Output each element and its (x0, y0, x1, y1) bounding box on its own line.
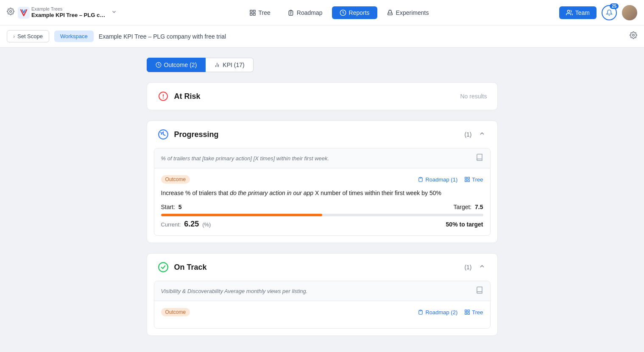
notification-badge: 25 (610, 3, 619, 9)
team-button-label: Team (575, 9, 590, 16)
progressing-item-0-body: Outcome Roadmap (1) Tree Increase % of t (154, 168, 490, 235)
tree-link-label: Tree (472, 176, 483, 183)
svg-rect-6 (290, 10, 292, 11)
target-area: Target: 7.5 (453, 204, 483, 210)
svg-rect-21 (420, 177, 422, 178)
subheader-title: Example KPI Tree – PLG company with free… (99, 33, 226, 40)
set-scope-chevron-icon: › (13, 34, 15, 39)
on-track-count: (1) (464, 264, 471, 271)
svg-rect-23 (468, 177, 469, 179)
settings-icon[interactable] (7, 8, 14, 17)
brand-tree-name: Example KPI Tree – PLG compa... (31, 12, 108, 19)
progressing-header: Progressing (1) (147, 121, 497, 148)
nav-tree-label: Tree (259, 9, 270, 16)
svg-rect-4 (253, 13, 255, 15)
svg-rect-3 (253, 10, 255, 12)
avatar-image (622, 5, 637, 20)
main-content: Outcome (2) KPI (17) At Risk No results (140, 47, 505, 352)
start-label: Start: 5 (161, 204, 182, 210)
on-track-tag-links: Roadmap (2) Tree (418, 309, 483, 316)
nav-roadmap-label: Roadmap (297, 9, 323, 16)
svg-rect-27 (420, 310, 422, 311)
svg-point-26 (159, 263, 168, 272)
progressing-section: Progressing (1) % of trailers that [take… (147, 120, 498, 243)
top-navigation: Example Trees Example KPI Tree – PLG com… (0, 0, 644, 25)
progressing-item-0-description: % of trailers that [take primary action]… (161, 155, 472, 162)
target-pct: 50% to target (446, 221, 483, 228)
on-track-collapse-button[interactable] (477, 261, 487, 273)
avatar[interactable] (622, 5, 637, 20)
workspace-label: Workspace (60, 33, 88, 39)
progressing-icon (157, 129, 169, 140)
tab-kpi[interactable]: KPI (17) (206, 58, 253, 72)
svg-point-19 (163, 98, 164, 98)
svg-rect-25 (465, 180, 467, 182)
progressing-title: Progressing (174, 130, 460, 139)
tab-kpi-label: KPI (17) (223, 61, 244, 68)
current-area: Current: 6.25 (%) 50% to target (161, 220, 483, 229)
svg-point-0 (10, 11, 12, 13)
nav-tree-button[interactable]: Tree (242, 6, 278, 19)
tree-link[interactable]: Tree (464, 176, 483, 183)
on-track-section: On Track (1) Visibility & Discoverabilit… (147, 253, 498, 336)
progress-bar-fill (161, 214, 322, 216)
svg-rect-30 (468, 313, 469, 314)
brand-logo[interactable]: Example Trees Example KPI Tree – PLG com… (18, 6, 108, 19)
roadmap-link-label: Roadmap (1) (425, 176, 457, 183)
nav-roadmap-button[interactable]: Roadmap (280, 6, 330, 19)
notifications-button[interactable]: 25 (602, 5, 617, 20)
on-track-title: On Track (174, 263, 460, 272)
nav-experiments-button[interactable]: Experiments (379, 6, 437, 19)
progress-bar (161, 214, 483, 216)
brand-dropdown-icon[interactable] (111, 9, 117, 16)
on-track-roadmap-link-label: Roadmap (2) (425, 309, 457, 316)
on-track-roadmap-link[interactable]: Roadmap (2) (418, 309, 457, 316)
on-track-book-icon[interactable] (476, 286, 483, 296)
tag-links: Roadmap (1) Tree (418, 176, 483, 183)
set-scope-label: Set Scope (17, 33, 43, 39)
at-risk-section: At Risk No results (147, 82, 498, 110)
outcome-tag: Outcome (161, 175, 190, 184)
svg-rect-28 (465, 310, 467, 312)
on-track-item-0-description: Visibility & Discoverability Average mon… (161, 288, 472, 294)
top-nav-right: Team 25 (552, 5, 637, 20)
brand-company: Example Trees (31, 6, 108, 12)
svg-rect-31 (465, 313, 467, 314)
brand-info: Example Trees Example KPI Tree – PLG com… (31, 6, 108, 19)
team-button[interactable]: Team (559, 6, 597, 19)
progressing-item-0-tags: Outcome Roadmap (1) Tree (161, 175, 483, 184)
svg-point-11 (567, 10, 569, 12)
subheader-gear-icon[interactable] (630, 31, 637, 41)
progressing-collapse-button[interactable] (477, 129, 487, 140)
on-track-tree-link-label: Tree (472, 309, 483, 316)
progressing-item-0-header: % of trailers that [take primary action]… (154, 148, 490, 168)
brand-area: Example Trees Example KPI Tree – PLG com… (7, 6, 125, 19)
subheader: › Set Scope Workspace Example KPI Tree –… (0, 25, 644, 47)
progressing-item-0-stats: Start: 5 Target: 7.5 (161, 204, 483, 210)
workspace-button[interactable]: Workspace (54, 31, 94, 42)
target-value: 7.5 (475, 204, 483, 210)
start-value: 5 (178, 204, 182, 210)
svg-point-12 (633, 34, 635, 36)
on-track-item-0-body: Outcome Roadmap (2) Tree (154, 301, 490, 328)
at-risk-icon (157, 90, 169, 102)
svg-rect-2 (250, 10, 252, 12)
book-icon[interactable] (476, 154, 483, 163)
at-risk-title: At Risk (174, 92, 455, 101)
on-track-tree-link[interactable]: Tree (464, 309, 483, 316)
set-scope-button[interactable]: › Set Scope (7, 30, 49, 42)
svg-rect-22 (465, 177, 467, 179)
progressing-item-0-text: Increase % of trialers that do the prima… (161, 189, 483, 198)
report-tabs: Outcome (2) KPI (17) (147, 58, 498, 72)
on-track-item-0: Visibility & Discoverability Average mon… (154, 281, 491, 329)
roadmap-link[interactable]: Roadmap (1) (418, 176, 457, 183)
progressing-item-0: % of trailers that [take primary action]… (154, 148, 491, 236)
tab-outcome-label: Outcome (2) (164, 61, 197, 68)
brand-v-icon (18, 7, 30, 19)
svg-rect-29 (468, 310, 469, 312)
nav-reports-label: Reports (349, 9, 370, 16)
tab-outcome[interactable]: Outcome (2) (147, 58, 206, 72)
nav-reports-button[interactable]: Reports (332, 6, 377, 19)
on-track-item-0-header: Visibility & Discoverability Average mon… (154, 281, 490, 301)
on-track-outcome-tag: Outcome (161, 308, 190, 316)
